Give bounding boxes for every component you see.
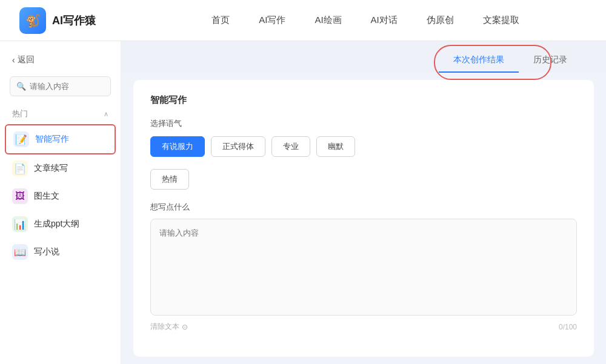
tone-btn-formal[interactable]: 正式得体 [211,136,265,157]
sidebar: ‹ 返回 🔍 热门 ∧ 📝 智能写作 � [0,41,121,364]
tone-btn-professional[interactable]: 专业 [271,136,310,157]
main-panel: 智能写作 选择语气 有说服力 正式得体 专业 幽默 热情 想写点什么 清除文本 … [133,80,594,357]
sidebar-item-intelligent-write[interactable]: 📝 智能写作 [5,124,116,154]
nav-link-home[interactable]: 首页 [211,12,230,28]
textarea-footer: 清除文本 ⊙ 0/100 [150,322,577,332]
tab-current-result-label: 本次创作结果 [453,55,504,64]
logo-text: AI写作猿 [52,13,96,28]
logo-icon: 🐒 [19,7,46,34]
tab-history-label: 历史记录 [533,55,567,64]
main-layout: ‹ 返回 🔍 热门 ∧ 📝 智能写作 � [0,41,606,364]
sidebar-item-image-to-text[interactable]: 🖼 图生文 [0,182,121,210]
logo-area: 🐒 AI写作猿 [19,7,96,34]
clear-icon: ⊙ [182,323,188,331]
clear-label: 清除文本 [150,322,179,332]
nav-link-ai-write[interactable]: AI写作 [259,12,285,28]
tab-history[interactable]: 历史记录 [519,48,582,73]
nav-links: 首页 AI写作 AI绘画 AI对话 伪原创 文案提取 [144,12,587,28]
top-nav: 🐒 AI写作猿 首页 AI写作 AI绘画 AI对话 伪原创 文案提取 [0,0,606,41]
sidebar-item-article-continue[interactable]: 📄 文章续写 [0,154,121,182]
clear-text-button[interactable]: 清除文本 ⊙ [150,322,188,332]
panel-title: 智能写作 [150,94,577,106]
search-box: 🔍 [10,76,111,96]
nav-link-paraphrase[interactable]: 伪原创 [427,12,454,28]
write-textarea[interactable] [150,219,577,316]
write-novel-icon: 📖 [12,244,28,260]
nav-link-ai-chat[interactable]: AI对话 [371,12,398,28]
nav-link-ai-draw[interactable]: AI绘画 [315,12,341,28]
article-continue-icon: 📄 [12,160,28,176]
tab-current-result[interactable]: 本次创作结果 [439,48,519,73]
search-input[interactable] [30,82,104,91]
section-header-hot: 热门 ∧ [0,106,121,124]
section-label-hot: 热门 [12,108,28,119]
tone-buttons: 有说服力 正式得体 专业 幽默 热情 [150,136,577,190]
tone-btn-persuasive[interactable]: 有说服力 [150,136,205,157]
sidebar-item-label-intelligent-write: 智能写作 [35,134,69,145]
back-label: 返回 [18,55,35,65]
sidebar-item-ppt-outline[interactable]: 📊 生成ppt大纲 [0,210,121,238]
tabs-bar: 本次创作结果 历史记录 [121,41,606,73]
sidebar-item-write-novel[interactable]: 📖 写小说 [0,238,121,266]
char-count: 0/100 [559,323,577,331]
tone-btn-passionate[interactable]: 热情 [150,169,189,190]
tone-section-label: 选择语气 [150,118,577,129]
intelligent-write-icon: 📝 [13,131,29,147]
logo-emoji: 🐒 [25,13,41,28]
image-to-text-icon: 🖼 [12,188,28,204]
nav-link-copy[interactable]: 文案提取 [483,12,519,28]
textarea-wrapper [150,219,577,318]
chevron-up-icon[interactable]: ∧ [104,110,108,118]
sidebar-item-label-write-novel: 写小说 [34,247,59,257]
sidebar-item-label-article-continue: 文章续写 [34,163,68,174]
ppt-outline-icon: 📊 [12,216,28,232]
content-area: 本次创作结果 历史记录 智能写作 选择语气 有说服力 正式得体 专业 幽默 热情… [121,41,606,364]
tone-btn-humorous[interactable]: 幽默 [316,136,355,157]
search-icon: 🔍 [16,82,26,91]
sidebar-item-label-image-to-text: 图生文 [34,191,59,202]
sidebar-item-label-ppt-outline: 生成ppt大纲 [34,219,79,230]
write-label: 想写点什么 [150,202,577,213]
back-button[interactable]: ‹ 返回 [0,51,121,69]
back-arrow-icon: ‹ [12,55,15,65]
